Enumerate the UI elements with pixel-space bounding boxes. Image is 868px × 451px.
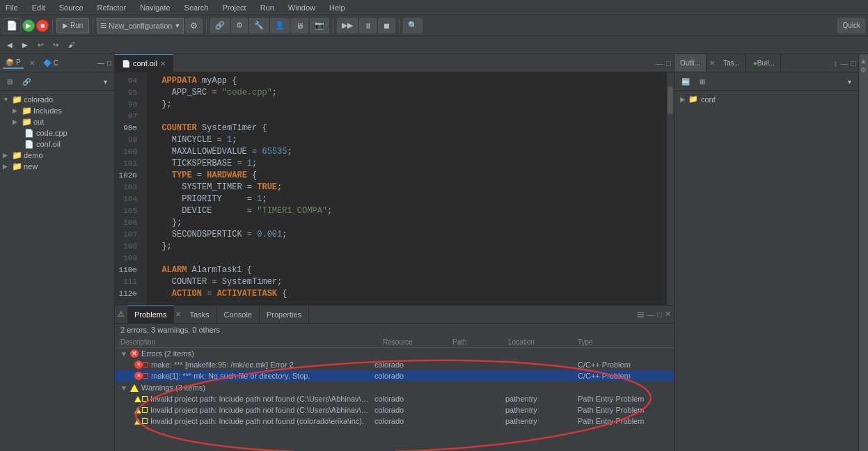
bottom-panel-wrapper: ⚠ Problems ✕ Tasks Console Properties <box>115 305 674 451</box>
toolbar-icon-7[interactable]: ▶▶ <box>337 18 358 33</box>
tree-menu-btn[interactable]: ▾ <box>100 74 111 89</box>
sort-alpha-btn[interactable]: 🔤 <box>677 74 694 89</box>
tree-item-colorado[interactable]: ▼ 📁 colorado <box>0 94 114 105</box>
collapse-all-btn[interactable]: ⊟ <box>3 74 17 89</box>
warning-group: ▼ Warnings (3 items) Invalid project pat… <box>115 382 674 427</box>
toolbar-icon-3[interactable]: 🔧 <box>249 18 269 33</box>
toolbar-icon-6[interactable]: 📷 <box>310 18 329 33</box>
warning-icon-1 <box>134 396 141 402</box>
error-icon-1: ✕ <box>134 361 143 369</box>
toolbar-icon-10[interactable]: 🔍 <box>403 18 423 33</box>
minimize-editor-btn[interactable]: — <box>656 59 663 68</box>
maximize-editor-btn[interactable]: □ <box>666 59 671 68</box>
right-maximize-btn[interactable]: □ <box>851 59 855 68</box>
tab-outline[interactable]: Outli... <box>674 54 707 72</box>
sort-btn[interactable]: ↕ <box>834 59 838 68</box>
tree-item-new[interactable]: ▶ 📁 new <box>0 161 114 172</box>
bottom-main: ⚠ Problems ✕ Tasks Console Properties <box>115 306 674 451</box>
toolbar-icon-2[interactable]: ⚙ <box>231 18 248 33</box>
tab-tasks-right[interactable]: Tas... <box>718 54 746 72</box>
warning-row-2[interactable]: Invalid project path: Include path not f… <box>115 404 674 416</box>
menu-file[interactable]: File <box>3 2 21 13</box>
undo-btn[interactable]: ↩ <box>33 38 47 53</box>
menu-source[interactable]: Source <box>56 2 86 13</box>
tab-tasks[interactable]: Tasks <box>182 306 216 323</box>
editor-scrollbar-v[interactable] <box>667 72 674 305</box>
toolbar-icon-8[interactable]: ⏸ <box>359 18 377 33</box>
right-panel: Outli... ✕ Tas... ● Buil... ↕ — □ 🔤 ⊞ ▾ … <box>674 54 858 451</box>
tab-close-icon[interactable]: ✕ <box>160 60 166 68</box>
editor-area: 📄 conf.oil ✕ — □ 94 95 96 97 98⊖ 99 100 <box>115 54 674 305</box>
bottom-close-btn[interactable]: ✕ <box>665 310 671 319</box>
brush-btn[interactable]: 🖌 <box>64 38 79 53</box>
error-row-2[interactable]: ✕ make[1]: *** mk: No such file or direc… <box>115 370 674 381</box>
menu-search[interactable]: Search <box>182 2 212 13</box>
toolbar-icon-9[interactable]: ⏹ <box>378 18 395 33</box>
file-tree: ▼ 📁 colorado ▶ 📁 Includes ▶ 📁 out ▶ 📄 co… <box>0 91 114 451</box>
error-overlay-1 <box>143 362 148 367</box>
back-btn[interactable]: ◀ <box>3 38 17 53</box>
warning-row-1[interactable]: Invalid project path: Include path not f… <box>115 393 674 404</box>
warning-group-header[interactable]: ▼ Warnings (3 items) <box>115 382 674 393</box>
tab-console[interactable]: Console <box>217 306 260 323</box>
forward-btn[interactable]: ▶ <box>18 38 32 53</box>
right-toolbar: 🔤 ⊞ ▾ <box>674 72 858 91</box>
tree-item-demo[interactable]: ▶ 📁 demo <box>0 150 114 161</box>
right-menu-btn[interactable]: ▾ <box>844 74 855 89</box>
run-green-btn[interactable]: ▶ <box>22 19 35 32</box>
warning-row-3[interactable]: Invalid project path: Include path not f… <box>115 416 674 427</box>
tree-item-out[interactable]: ▶ 📁 out <box>0 116 114 127</box>
code-editor: 94 95 96 97 98⊖ 99 100 101 102⊖ 103 104 … <box>115 72 674 305</box>
tab-package-explorer[interactable]: 📦 P <box>3 57 24 69</box>
minimize-left-btn[interactable]: — <box>97 59 104 67</box>
tab-class-explorer[interactable]: 🔷 C <box>40 58 61 68</box>
tab-problems[interactable]: Problems <box>127 306 174 323</box>
menu-window[interactable]: Window <box>285 2 318 13</box>
main-layout: 📦 P ✕ 🔷 C — □ ⊟ 🔗 ▾ ▼ 📁 colorado <box>0 54 868 451</box>
menu-navigate[interactable]: Navigate <box>137 2 173 13</box>
problems-header-row: Description Resource Path Location Type <box>115 337 674 348</box>
tab-outline-close[interactable]: ✕ <box>708 59 716 67</box>
code-content[interactable]: APPDATA myApp { APP_SRC = "code.cpp"; };… <box>146 72 667 305</box>
link-editor-btn[interactable]: 🔗 <box>18 74 35 89</box>
menu-run[interactable]: Run <box>258 2 277 13</box>
error-row-1[interactable]: ✕ make: *** [makefile:95: /mk/ee.mk] Err… <box>115 359 674 370</box>
config-settings-btn[interactable]: ⚙ <box>185 18 203 33</box>
tab-problems-close[interactable]: ✕ <box>174 310 182 318</box>
menu-help[interactable]: Help <box>326 2 348 13</box>
new-button[interactable]: 📄 <box>3 18 21 33</box>
menu-refactor[interactable]: Refactor <box>95 2 129 13</box>
filter-btn[interactable]: ▤ <box>637 310 644 319</box>
tree-item-conf-oil[interactable]: ▶ 📄 conf.oil <box>0 139 114 150</box>
warning-icon-2 <box>134 407 141 413</box>
run-button[interactable]: ▶ Run <box>56 18 89 33</box>
warning-group-label: Warnings (3 items) <box>141 383 205 392</box>
editor-tab-conf-oil[interactable]: 📄 conf.oil ✕ <box>115 54 173 72</box>
maximize-left-btn[interactable]: □ <box>107 59 111 67</box>
stop-red-btn[interactable]: ■ <box>36 19 49 32</box>
tree-item-includes[interactable]: ▶ 📁 Includes <box>0 105 114 116</box>
tab-build[interactable]: ● Buil... <box>748 54 781 72</box>
tab-close-left[interactable]: ✕ <box>29 59 35 67</box>
run-config-selector[interactable]: ☰ New_configuration ▼ <box>97 18 184 33</box>
bottom-maximize-btn[interactable]: □ <box>657 310 662 319</box>
group-btn[interactable]: ⊞ <box>695 74 709 89</box>
toolbar-icon-5[interactable]: 🖥 <box>291 18 308 33</box>
far-right-btn-1[interactable]: ▲ <box>860 57 867 65</box>
error-group-header[interactable]: ▼ ✕ Errors (2 items) <box>115 348 674 359</box>
bottom-layout: ⚠ Problems ✕ Tasks Console Properties <box>115 306 674 451</box>
menu-project[interactable]: Project <box>219 2 248 13</box>
bottom-minimize-btn[interactable]: — <box>647 310 654 319</box>
quick-button[interactable]: Quick <box>837 18 865 33</box>
toolbar-icon-4[interactable]: 👤 <box>270 18 290 33</box>
far-right-btn-2[interactable]: ⚙ <box>860 66 867 74</box>
right-minimize-btn[interactable]: — <box>840 59 848 68</box>
redo-btn[interactable]: ↪ <box>49 38 63 53</box>
tree-item-code-cpp[interactable]: ▶ 📄 code.cpp <box>0 127 114 139</box>
toolbar-icon-1[interactable]: 🔗 <box>210 18 230 33</box>
warning-overlay-2 <box>142 407 148 413</box>
bottom-tabs-row: ⚠ Problems ✕ Tasks Console Properties <box>115 306 674 324</box>
tab-properties[interactable]: Properties <box>260 306 309 323</box>
menu-edit[interactable]: Edit <box>29 2 48 13</box>
outline-item-conf[interactable]: ▶ 📁 conf <box>677 94 855 104</box>
